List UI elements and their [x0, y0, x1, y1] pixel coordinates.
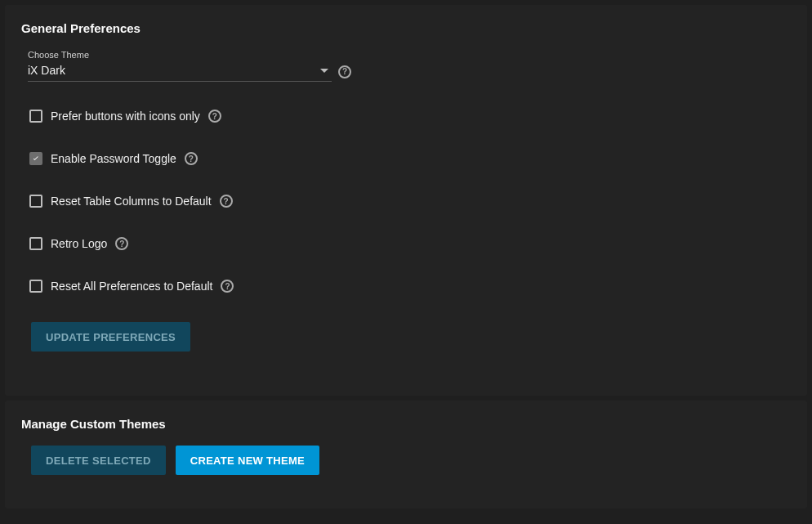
help-icon[interactable]: ?: [221, 280, 234, 293]
checkbox-label: Reset All Preferences to Default: [51, 280, 212, 293]
help-icon[interactable]: ?: [338, 65, 351, 78]
checkbox-icons-only[interactable]: [29, 110, 42, 123]
checkbox-password-toggle[interactable]: [29, 152, 42, 165]
checkbox-label: Prefer buttons with icons only: [51, 110, 200, 123]
checkbox-row-password-toggle: Enable Password Toggle ?: [29, 152, 791, 165]
theme-field: Choose Theme iX Dark ?: [21, 50, 791, 82]
theme-select[interactable]: iX Dark: [28, 61, 332, 82]
help-icon[interactable]: ?: [185, 152, 198, 165]
manage-themes-panel: Manage Custom Themes Delete Selected Cre…: [5, 401, 807, 508]
checkbox-label: Enable Password Toggle: [51, 152, 176, 165]
checkbox-row-reset-all: Reset All Preferences to Default ?: [29, 280, 791, 293]
checkbox-row-retro-logo: Retro Logo ?: [29, 237, 791, 250]
update-preferences-button[interactable]: Update Preferences: [31, 322, 190, 352]
help-icon[interactable]: ?: [220, 195, 233, 208]
create-new-theme-button[interactable]: Create New Theme: [176, 446, 319, 475]
checkbox-reset-columns[interactable]: [29, 195, 42, 208]
general-preferences-panel: General Preferences Choose Theme iX Dark…: [5, 5, 807, 396]
theme-value: iX Dark: [28, 64, 65, 77]
delete-selected-button[interactable]: Delete Selected: [31, 446, 166, 475]
manage-themes-title: Manage Custom Themes: [21, 417, 791, 431]
help-icon[interactable]: ?: [208, 110, 221, 123]
checkbox-retro-logo[interactable]: [29, 237, 42, 250]
checkbox-label: Retro Logo: [51, 237, 107, 250]
theme-label: Choose Theme: [28, 50, 791, 60]
checkbox-row-icons-only: Prefer buttons with icons only ?: [29, 110, 791, 123]
checkbox-label: Reset Table Columns to Default: [51, 195, 212, 208]
help-icon[interactable]: ?: [115, 237, 128, 250]
general-preferences-title: General Preferences: [21, 21, 791, 35]
checkbox-row-reset-columns: Reset Table Columns to Default ?: [29, 195, 791, 208]
chevron-down-icon: [320, 69, 328, 73]
checkbox-list: Prefer buttons with icons only ? Enable …: [21, 110, 791, 293]
checkbox-reset-all[interactable]: [29, 280, 42, 293]
